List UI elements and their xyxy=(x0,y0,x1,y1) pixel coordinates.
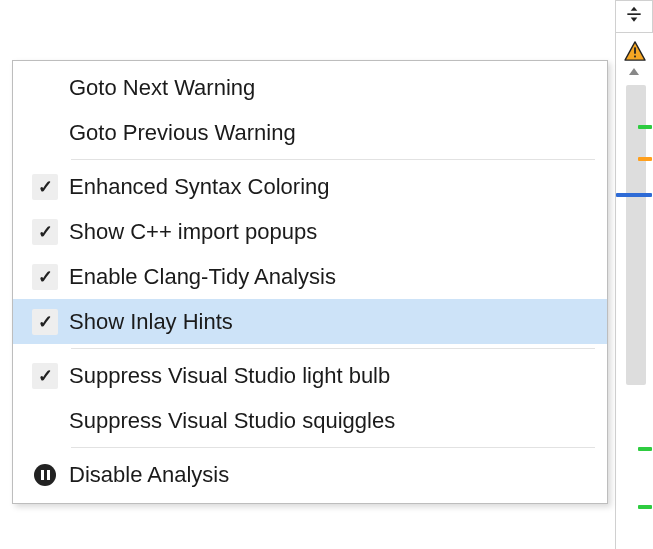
menu-item-label: Show Inlay Hints xyxy=(69,309,597,335)
svg-rect-0 xyxy=(634,47,636,53)
context-menu: Goto Next Warning Goto Previous Warning … xyxy=(12,60,608,504)
menu-item-label: Disable Analysis xyxy=(69,462,597,488)
menu-item-label: Goto Previous Warning xyxy=(69,120,597,146)
gutter-mark[interactable] xyxy=(638,125,652,129)
menu-item-suppress-vs-light-bulb[interactable]: Suppress Visual Studio light bulb xyxy=(13,353,607,398)
checkbox-slot xyxy=(21,174,69,200)
checkbox-slot xyxy=(21,219,69,245)
menu-item-label: Goto Next Warning xyxy=(69,75,597,101)
menu-item-enable-clang-tidy-analysis[interactable]: Enable Clang-Tidy Analysis xyxy=(13,254,607,299)
menu-item-disable-analysis[interactable]: Disable Analysis xyxy=(13,452,607,497)
menu-separator xyxy=(71,159,595,160)
menu-item-label: Suppress Visual Studio light bulb xyxy=(69,363,597,389)
menu-item-label: Enable Clang-Tidy Analysis xyxy=(69,264,597,290)
checkbox-slot xyxy=(21,309,69,335)
menu-item-show-cpp-import-popups[interactable]: Show C++ import popups xyxy=(13,209,607,254)
menu-item-goto-previous-warning[interactable]: Goto Previous Warning xyxy=(13,110,607,155)
menu-item-suppress-vs-squiggles[interactable]: Suppress Visual Studio squiggles xyxy=(13,398,607,443)
checkbox-slot xyxy=(21,264,69,290)
svg-rect-1 xyxy=(634,56,636,58)
menu-item-show-inlay-hints[interactable]: Show Inlay Hints xyxy=(13,299,607,344)
menu-separator xyxy=(71,447,595,448)
split-view-button[interactable] xyxy=(615,0,653,33)
scroll-up-icon[interactable] xyxy=(627,65,641,83)
pause-icon xyxy=(34,464,56,486)
check-icon xyxy=(32,174,58,200)
menu-item-enhanced-syntax-coloring[interactable]: Enhanced Syntax Coloring xyxy=(13,164,607,209)
menu-item-label: Show C++ import popups xyxy=(69,219,597,245)
check-icon xyxy=(32,219,58,245)
check-icon xyxy=(32,363,58,389)
gutter-mark[interactable] xyxy=(616,193,652,197)
check-icon xyxy=(32,264,58,290)
gutter-mark[interactable] xyxy=(638,447,652,451)
menu-item-label: Suppress Visual Studio squiggles xyxy=(69,408,597,434)
pause-icon-slot xyxy=(21,464,69,486)
scrollbar-track[interactable] xyxy=(626,85,646,385)
scrollbar-gutter[interactable] xyxy=(616,65,652,549)
checkbox-slot xyxy=(21,363,69,389)
split-icon xyxy=(624,5,644,29)
warning-icon[interactable] xyxy=(624,41,646,65)
menu-separator xyxy=(71,348,595,349)
gutter-mark[interactable] xyxy=(638,157,652,161)
gutter-mark[interactable] xyxy=(638,505,652,509)
menu-item-label: Enhanced Syntax Coloring xyxy=(69,174,597,200)
menu-item-goto-next-warning[interactable]: Goto Next Warning xyxy=(13,65,607,110)
check-icon xyxy=(32,309,58,335)
